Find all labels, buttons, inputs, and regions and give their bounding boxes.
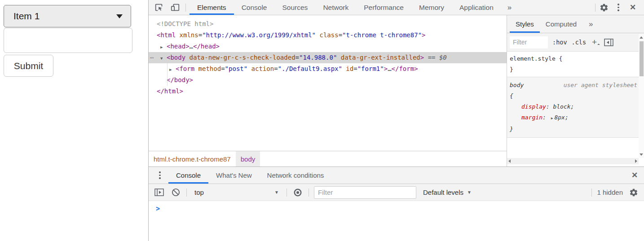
- console-drawer: ConsoleWhat's NewNetwork conditions ✕: [149, 167, 644, 241]
- console-settings-gear-icon[interactable]: [628, 187, 640, 198]
- dom-tree-row[interactable]: ▶<head>…</head>: [149, 41, 507, 52]
- close-drawer-icon[interactable]: ✕: [629, 170, 640, 181]
- log-levels-dropdown[interactable]: Default levels ▼: [423, 188, 472, 196]
- expand-right-icon[interactable]: ▶: [160, 42, 167, 53]
- console-prompt[interactable]: >: [149, 201, 644, 213]
- more-tabs-icon[interactable]: »: [501, 0, 518, 15]
- kebab-menu-icon[interactable]: [613, 2, 624, 13]
- tab-application[interactable]: Application: [452, 0, 501, 15]
- expand-right-icon[interactable]: ▶: [169, 64, 176, 75]
- tab-sources[interactable]: Sources: [275, 0, 316, 15]
- live-expression-eye-icon[interactable]: [292, 187, 304, 198]
- dom-token-attr: id: [342, 65, 353, 72]
- style-rule-body: bodyuser agent stylesheet{display: block…: [507, 77, 644, 138]
- scrollbar-thumb[interactable]: [640, 41, 644, 76]
- device-toolbar-icon[interactable]: [169, 2, 181, 13]
- console-sidebar-icon[interactable]: [153, 187, 165, 198]
- dom-tree-row[interactable]: </body>: [149, 74, 507, 86]
- tab-performance[interactable]: Performance: [356, 0, 411, 15]
- new-style-rule-button[interactable]: +: [591, 37, 598, 47]
- styles-tabbar: StylesComputed»: [507, 15, 644, 33]
- styles-more-tabs-icon[interactable]: »: [582, 15, 599, 33]
- web-page-region: Item 1 Submit: [0, 0, 148, 241]
- dom-token-tag: <html: [157, 31, 176, 39]
- context-selector[interactable]: top ▼: [192, 188, 282, 196]
- style-rule-open-brace: {: [510, 91, 642, 101]
- drawer-kebab-menu-icon[interactable]: [154, 170, 166, 181]
- drawer-tab-what-s-new[interactable]: What's New: [208, 167, 260, 184]
- console-filter-input[interactable]: [314, 186, 416, 199]
- dom-token-tag: </form>: [392, 65, 418, 72]
- toolbar-divider: [287, 188, 287, 197]
- item-dropdown[interactable]: Item 1: [4, 5, 131, 27]
- scroll-right-icon[interactable]: [635, 159, 637, 163]
- dom-token-val: "./Default9.aspx": [278, 65, 342, 72]
- dom-token-attr: xmlns: [176, 31, 198, 39]
- tab-console[interactable]: Console: [234, 0, 275, 15]
- style-rule-close-brace: }: [510, 64, 642, 75]
- breadcrumb-item-body[interactable]: body: [236, 151, 260, 167]
- css-property-margin[interactable]: margin: ▶8px;: [510, 112, 642, 124]
- expand-right-icon[interactable]: ▶: [550, 113, 555, 124]
- dropdown-caret-icon: [116, 14, 123, 18]
- drawer-tab-console[interactable]: Console: [168, 167, 208, 184]
- screenshot-root: Item 1 Submit: [0, 0, 644, 241]
- css-property-name: margin: [521, 114, 543, 121]
- dom-tree-row[interactable]: </html>: [149, 86, 507, 97]
- styles-horizontal-scrollbar[interactable]: [507, 158, 639, 164]
- style-rule-close-brace: }: [510, 124, 642, 135]
- style-rule-selector[interactable]: body: [510, 80, 524, 91]
- close-devtools-icon[interactable]: ✕: [627, 2, 639, 13]
- dom-token-grey: <!DOCTYPE html>: [157, 20, 213, 27]
- elements-panel: <!DOCTYPE html><html xmlns="http://www.w…: [149, 15, 507, 167]
- dom-token-tag: <form: [176, 65, 194, 72]
- toggle-hover-state-button[interactable]: :hov: [552, 39, 567, 46]
- styles-tab-computed[interactable]: Computed: [540, 15, 582, 33]
- submit-button[interactable]: Submit: [4, 55, 53, 77]
- dom-token-tag: <head>: [167, 43, 190, 50]
- toolbar-divider: [591, 188, 592, 197]
- dropdown-caret-icon: ▼: [274, 190, 279, 195]
- tab-memory[interactable]: Memory: [411, 0, 452, 15]
- styles-filter-input[interactable]: [510, 36, 548, 48]
- text-input[interactable]: [4, 28, 132, 53]
- styles-rules: element.style {}bodyuser agent styleshee…: [507, 52, 644, 138]
- style-rule-element-style: element.style {}: [507, 52, 644, 77]
- toggle-class-button[interactable]: .cls: [572, 39, 587, 46]
- expand-down-icon[interactable]: ▼: [160, 53, 167, 64]
- settings-gear-icon[interactable]: [598, 2, 610, 13]
- dom-token-attr: action: [247, 65, 274, 72]
- css-property-display[interactable]: display: block;: [510, 101, 642, 112]
- element-state-pane-icon[interactable]: [603, 36, 614, 48]
- inspect-element-icon[interactable]: [153, 2, 165, 13]
- dom-token-eq: =: [274, 65, 278, 72]
- css-property-name: display: [521, 103, 546, 110]
- dom-tree-row[interactable]: <!DOCTYPE html>: [149, 18, 507, 30]
- scroll-up-icon[interactable]: [640, 36, 643, 39]
- dom-token-attr: data-gr-ext-installed: [337, 54, 420, 61]
- css-property-value: 8px;: [554, 114, 568, 121]
- dom-token-tag: >: [384, 65, 388, 72]
- styles-vertical-scrollbar[interactable]: [639, 34, 644, 158]
- overflow-dots-icon[interactable]: ⋯: [150, 52, 153, 63]
- dom-token-attr: class: [316, 31, 339, 39]
- tab-network[interactable]: Network: [315, 0, 356, 15]
- style-rule-selector-line: element.style {: [510, 53, 642, 64]
- dom-tree-row[interactable]: ▶<form method="post" action="./Default9.…: [149, 63, 507, 74]
- scroll-left-icon[interactable]: [508, 159, 511, 163]
- dom-token-tag: <body: [167, 54, 185, 61]
- dom-token-tag: </html>: [157, 88, 183, 95]
- tab-elements[interactable]: Elements: [190, 0, 234, 15]
- styles-tab-styles[interactable]: Styles: [510, 15, 540, 33]
- scroll-down-icon[interactable]: [640, 153, 643, 156]
- drawer-tab-network-conditions[interactable]: Network conditions: [260, 167, 332, 184]
- style-rule-selector[interactable]: element.style {: [510, 53, 562, 64]
- dom-tree-row[interactable]: <html xmlns="http://www.w3.org/1999/xhtm…: [149, 30, 507, 41]
- main-tabs: ElementsConsoleSourcesNetworkPerformance…: [190, 0, 501, 15]
- dom-token-eq: =: [221, 65, 225, 72]
- dropdown-caret-icon: ▼: [467, 190, 472, 195]
- dom-tree-row[interactable]: ⋯▼<body data-new-gr-c-s-check-loaded="14…: [149, 52, 507, 63]
- devtools-left-icons: [149, 0, 186, 15]
- breadcrumb-item-html-t-chrome-t-chrome87[interactable]: html.t-chrome.t-chrome87: [149, 151, 236, 167]
- clear-console-icon[interactable]: [170, 187, 181, 198]
